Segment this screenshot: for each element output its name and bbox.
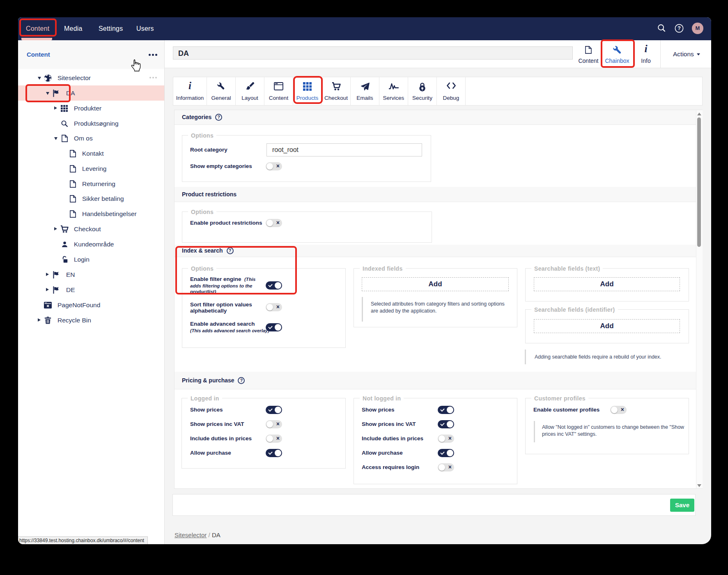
svg-text:?: ? <box>677 25 681 31</box>
